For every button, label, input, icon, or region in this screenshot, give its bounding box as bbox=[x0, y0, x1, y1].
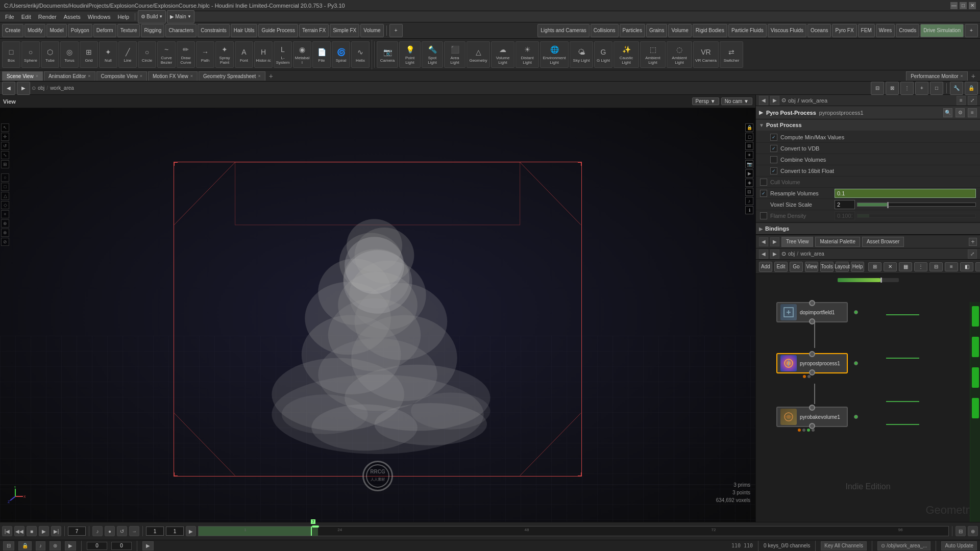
status-input-1[interactable] bbox=[87, 542, 107, 550]
oceans-btn[interactable]: Oceans bbox=[807, 24, 831, 37]
snap-btn[interactable]: ⊟ bbox=[871, 82, 884, 95]
net-tab-material-palette[interactable]: Material Palette bbox=[815, 237, 860, 247]
net-icon-8[interactable]: ◨ bbox=[975, 262, 980, 271]
lock-btn[interactable]: 🔒 bbox=[965, 82, 978, 95]
menu-render[interactable]: Render bbox=[35, 13, 60, 21]
particle-fluids-btn[interactable]: Particle Fluids bbox=[728, 24, 767, 37]
input-resample[interactable] bbox=[835, 189, 976, 198]
shelf-ambient-light[interactable]: ◌ Ambient Light bbox=[667, 41, 692, 68]
viewport-tool-3[interactable]: □ bbox=[1, 183, 9, 191]
tab-scene-view-close[interactable]: × bbox=[36, 73, 38, 79]
tab-add-right[interactable]: + bbox=[969, 72, 978, 80]
net-tool-add[interactable]: Add bbox=[759, 262, 772, 272]
status-input-2[interactable] bbox=[111, 542, 132, 550]
pyro-fx-btn[interactable]: Pyro FX bbox=[832, 24, 856, 37]
node-pyrobakevolume1[interactable]: pyrobakevolume1 bbox=[776, 407, 858, 427]
tl-loop[interactable]: ↺ bbox=[117, 526, 127, 536]
prop-gear-btn[interactable]: ⚙ bbox=[955, 108, 965, 117]
tab-geometry-close[interactable]: × bbox=[258, 73, 260, 79]
prop-search-btn[interactable]: 🔍 bbox=[943, 108, 952, 117]
checkbox-flame-density[interactable] bbox=[760, 212, 767, 219]
hair-utils-tab[interactable]: Hair Utils bbox=[231, 24, 258, 37]
drive-simulation-btn[interactable]: Drive Simulation bbox=[920, 24, 964, 37]
vp-btn-camera2[interactable]: 📷 bbox=[745, 160, 753, 168]
selection-mode-btn[interactable]: □ bbox=[930, 82, 943, 95]
tl-zoom-in[interactable]: ⊕ bbox=[968, 526, 978, 536]
key-all-channels-button[interactable]: Key All Channels bbox=[821, 541, 867, 550]
status-lock-btn[interactable]: 🔒 bbox=[18, 541, 32, 550]
tab-animation-editor[interactable]: Animation Editor × bbox=[44, 71, 95, 81]
viewport-tool-8[interactable]: ⊗ bbox=[1, 229, 9, 237]
prop-nav-fwd[interactable]: ▶ bbox=[770, 96, 779, 105]
net-add-tab[interactable]: + bbox=[969, 238, 977, 246]
shelf-metaball[interactable]: ◉ Metaball bbox=[293, 41, 311, 68]
status-path-display[interactable]: ⊙ /obj/work_area_... bbox=[877, 541, 931, 550]
shelf-spray[interactable]: ✦ Spray Paint bbox=[215, 41, 234, 68]
tab-scene-view[interactable]: Scene View × bbox=[2, 71, 43, 81]
tl-play2[interactable]: ▶ bbox=[186, 526, 196, 536]
tab-performance-close[interactable]: × bbox=[961, 73, 963, 79]
tab-composite-view[interactable]: Composite View × bbox=[96, 71, 147, 81]
tab-animation-close[interactable]: × bbox=[88, 73, 90, 79]
shelf-spot-light[interactable]: 🔦 Spot Light bbox=[422, 41, 443, 68]
shelf-camera[interactable]: 📷 Camera bbox=[377, 41, 398, 68]
move-tool[interactable]: ✛ bbox=[1, 133, 9, 141]
net-tool-edit[interactable]: Edit bbox=[774, 262, 788, 272]
viewport-tool-5[interactable]: ◇ bbox=[1, 201, 9, 209]
prop-nav-back[interactable]: ◀ bbox=[759, 96, 768, 105]
select-tool[interactable]: ↖ bbox=[1, 123, 9, 132]
build-dropdown[interactable]: ⚙ Build ▼ bbox=[138, 10, 166, 23]
shelf-circle[interactable]: ○ Circle bbox=[138, 41, 156, 68]
prop-panel-menu[interactable]: ≡ bbox=[957, 96, 966, 105]
checkbox-cull-volume[interactable] bbox=[760, 179, 767, 186]
viscous-fluids-btn[interactable]: Viscous Fluids bbox=[768, 24, 806, 37]
display-settings-btn[interactable]: 🔧 bbox=[950, 82, 963, 95]
node-box-pyropostprocess1[interactable]: pyropostprocess1 bbox=[776, 353, 848, 373]
volume-btn2[interactable]: Volume bbox=[668, 24, 691, 37]
checkbox-combine-volumes[interactable] bbox=[770, 156, 777, 163]
left-nav-btn[interactable]: ◀ bbox=[2, 82, 15, 95]
modify-tab[interactable]: Modify bbox=[24, 24, 45, 37]
viewport-tool-2[interactable]: ○ bbox=[1, 173, 9, 182]
breadcrumb-work-area[interactable]: work_area bbox=[50, 85, 74, 91]
net-icon-5[interactable]: ⊟ bbox=[929, 262, 943, 271]
shelf-portal-light[interactable]: ⬚ Ambient Light bbox=[640, 41, 666, 68]
tab-geometry-spreadsheet[interactable]: Geometry Spreadsheet × bbox=[199, 71, 265, 81]
camera-select-dropdown[interactable]: No cam ▼ bbox=[721, 97, 752, 105]
net-icon-1[interactable]: ⊞ bbox=[868, 262, 881, 271]
lights-cameras-btn[interactable]: Lights and Cameras bbox=[537, 24, 590, 37]
auto-update-button[interactable]: Auto Update bbox=[941, 541, 977, 550]
shelf-spiral[interactable]: 🌀 Spiral bbox=[332, 41, 350, 68]
viewport-tool-9[interactable]: ⊘ bbox=[1, 238, 9, 246]
menu-windows[interactable]: Windows bbox=[85, 13, 114, 21]
checkbox-compute-minmax[interactable] bbox=[770, 134, 777, 141]
fem-btn[interactable]: FEM bbox=[858, 24, 875, 37]
minimize-button[interactable]: — bbox=[950, 2, 958, 9]
shelf-area-light[interactable]: ⬛ Area Light bbox=[444, 41, 465, 68]
prop-bindings-header[interactable]: ▶ Bindings bbox=[756, 223, 980, 234]
tl-end[interactable]: ▶| bbox=[51, 526, 61, 536]
particles-btn[interactable]: Particles bbox=[620, 24, 645, 37]
shelf-path[interactable]: → Path bbox=[196, 41, 214, 68]
shelf-switcher[interactable]: ⇄ Switcher bbox=[720, 41, 743, 68]
net-path-fwd[interactable]: ▶ bbox=[770, 249, 779, 259]
close-button[interactable]: ✕ bbox=[969, 2, 976, 9]
node-box-dopimportfield1[interactable]: dopimportfield1 bbox=[776, 302, 848, 322]
align-btn[interactable]: ⊠ bbox=[886, 82, 899, 95]
net-path-back[interactable]: ◀ bbox=[759, 249, 768, 259]
shelf-sphere[interactable]: ○ Sphere bbox=[21, 41, 40, 68]
vp-btn-display[interactable]: ◻ bbox=[745, 133, 753, 141]
vp-btn-info[interactable]: ℹ bbox=[745, 206, 753, 214]
shelf-box[interactable]: □ Box bbox=[2, 41, 20, 68]
status-anim-btn[interactable]: ⊛ bbox=[50, 541, 61, 550]
shelf-line[interactable]: ╱ Line bbox=[118, 41, 137, 68]
shelf-null[interactable]: ✦ Null bbox=[99, 41, 117, 68]
menu-edit[interactable]: Edit bbox=[18, 13, 34, 21]
tab-motion-fx[interactable]: Motion FX View × bbox=[148, 71, 198, 81]
shelf-font[interactable]: A Font bbox=[235, 41, 253, 68]
right-nav-btn[interactable]: ▶ bbox=[17, 82, 30, 95]
scale-tool[interactable]: ⤡ bbox=[1, 151, 9, 159]
prop-section-header-post-process[interactable]: ▼ Post Process bbox=[756, 119, 980, 131]
guide-process-tab[interactable]: Guide Process bbox=[258, 24, 298, 37]
vp-btn-audio[interactable]: ♪ bbox=[745, 197, 753, 205]
